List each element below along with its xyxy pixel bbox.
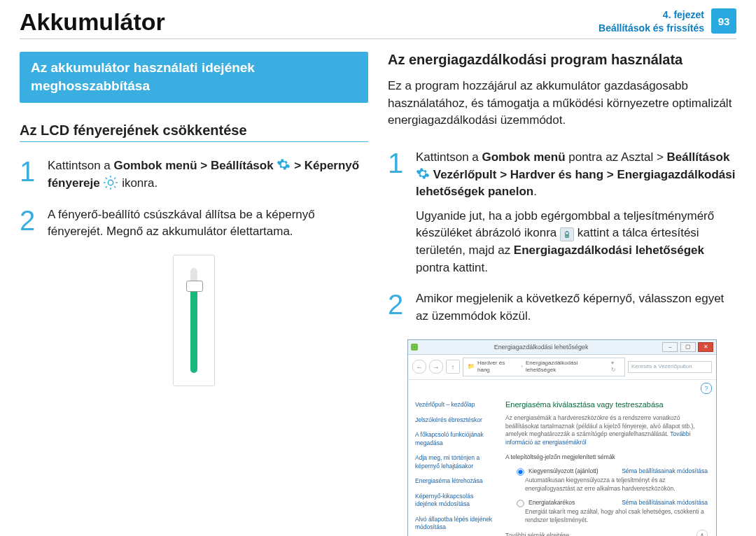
step1-right-text: Kattintson a Gombok menü pontra az Aszta…	[416, 149, 736, 276]
sidebar-nav: Vezérlőpult – kezdőlap Jelszókérés ébres…	[408, 394, 503, 536]
window-title: Energiagazdálkodási lehetőségek	[421, 343, 662, 351]
slider-thumb[interactable]	[186, 281, 203, 292]
nav-power-button[interactable]: A főkapcsoló funkciójának megadása	[415, 431, 496, 447]
step-number-1r: 1	[388, 149, 407, 276]
plan-balanced-title: Kiegyensúlyozott (ajánlott)	[528, 467, 598, 475]
plan-power-saver-desc: Energiát takarít meg azáltal, hogy ahol …	[525, 508, 708, 524]
nav-display-off[interactable]: Képernyő-kikapcsolás idejének módosítása	[415, 493, 496, 509]
main-heading: Energiaséma kiválasztása vagy testreszab…	[505, 400, 708, 410]
step1-left-text: Kattintson a Gombok menü > Beállítások >…	[48, 157, 368, 192]
maximize-button[interactable]: ▢	[680, 342, 696, 352]
plan-balanced-radio[interactable]	[517, 469, 524, 476]
nav-sleep-time[interactable]: Alvó állapotba lépés idejének módosítása	[415, 516, 496, 532]
header-divider	[20, 38, 736, 39]
close-button[interactable]: ✕	[698, 342, 713, 352]
back-button[interactable]: ←	[412, 360, 426, 374]
gear-icon	[416, 167, 430, 181]
brightness-icon	[103, 175, 118, 190]
plan-power-saver-change-link[interactable]: Séma beállításainak módosítása	[622, 499, 708, 507]
nav-lid-close[interactable]: Adja meg, mi történjen a képernyő lehajt…	[415, 454, 496, 470]
up-button[interactable]: ↑	[446, 360, 460, 374]
forward-button[interactable]: →	[429, 360, 443, 374]
svg-line-7	[106, 186, 107, 188]
svg-line-6	[115, 186, 116, 188]
step-number-1: 1	[20, 157, 39, 192]
svg-rect-10	[566, 231, 568, 232]
main-description: Az energiasémák a hardvereszközökre és a…	[505, 414, 708, 446]
page-number-badge: 93	[711, 8, 736, 34]
brightness-slider-illustration	[173, 255, 215, 386]
section-ribbon-extend-battery: Az akkumulátor használati idejének megho…	[20, 52, 368, 103]
nav-create-plan[interactable]: Energiaséma létrehozása	[415, 477, 496, 485]
chevron-up-icon[interactable]: ∧	[696, 530, 708, 536]
plan-power-saver-radio[interactable]	[517, 500, 524, 507]
plan-balanced: Kiegyensúlyozott (ajánlott) Séma beállít…	[512, 465, 708, 493]
chapter-line2: Beállítások és frissítés	[598, 22, 704, 35]
plan-power-saver: Energiatakarékos Séma beállításainak mód…	[512, 497, 708, 524]
svg-line-5	[106, 178, 107, 179]
svg-point-0	[108, 180, 113, 185]
plan-power-saver-title: Energiatakarékos	[528, 499, 575, 507]
hide-more-link[interactable]: További sémák elrejtése	[505, 532, 569, 536]
svg-rect-11	[566, 234, 568, 237]
nav-home[interactable]: Vezérlőpult – kezdőlap	[415, 401, 496, 409]
plan-balanced-change-link[interactable]: Séma beállításainak módosítása	[622, 467, 708, 475]
breadcrumb[interactable]: 📁 Hardver és hang› Energiagazdálkodási l…	[463, 358, 625, 377]
chapter-label: 4. fejezet Beállítások és frissítés	[598, 8, 704, 35]
section-label: A telepítöltség-jelzőn megjelenített sém…	[505, 453, 708, 461]
step2-left-text: A fényerő-beállító csúszkával állítsa be…	[48, 206, 368, 241]
chapter-line1: 4. fejezet	[598, 8, 704, 22]
power-intro: Ez a program hozzájárul az akkumulátor g…	[388, 78, 736, 129]
step-number-2r: 2	[388, 290, 407, 325]
heading-lcd-brightness: Az LCD fényerejének csökkentése	[20, 122, 368, 142]
step-number-2: 2	[20, 206, 39, 241]
help-button[interactable]: ?	[701, 383, 712, 394]
folder-icon: 📁	[468, 363, 475, 371]
svg-line-8	[115, 178, 116, 179]
search-input[interactable]: Keresés a Vezérlőpulton	[628, 361, 712, 373]
heading-power-management: Az energiagazdálkodási program használat…	[388, 52, 736, 68]
nav-require-password[interactable]: Jelszókérés ébresztéskor	[415, 416, 496, 424]
step2-right-text: Amikor megjelenik a következő képernyő, …	[416, 290, 736, 325]
page-title: Akkumulátor	[20, 8, 598, 36]
plan-balanced-desc: Automatikusan kiegyensúlyozza a teljesít…	[525, 477, 708, 493]
power-meter-icon	[560, 227, 574, 241]
gear-icon	[276, 157, 290, 171]
power-options-screenshot: Energiagazdálkodási lehetőségek – ▢ ✕ ← …	[407, 339, 717, 536]
window-icon	[411, 344, 418, 351]
minimize-button[interactable]: –	[662, 342, 678, 352]
